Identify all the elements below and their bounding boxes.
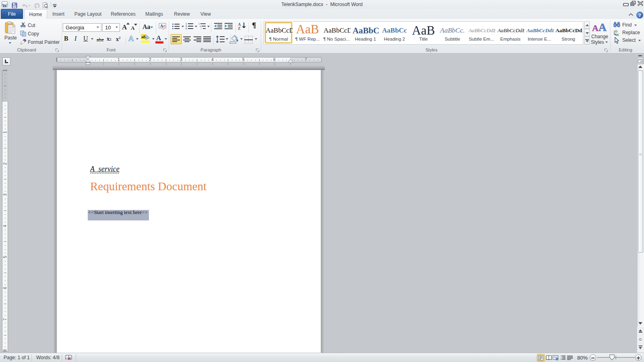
svg-text:3: 3 [186,27,187,30]
svg-text:i: i [201,27,201,30]
svg-text:Z: Z [238,26,241,30]
svg-text:ac: ac [615,32,619,36]
